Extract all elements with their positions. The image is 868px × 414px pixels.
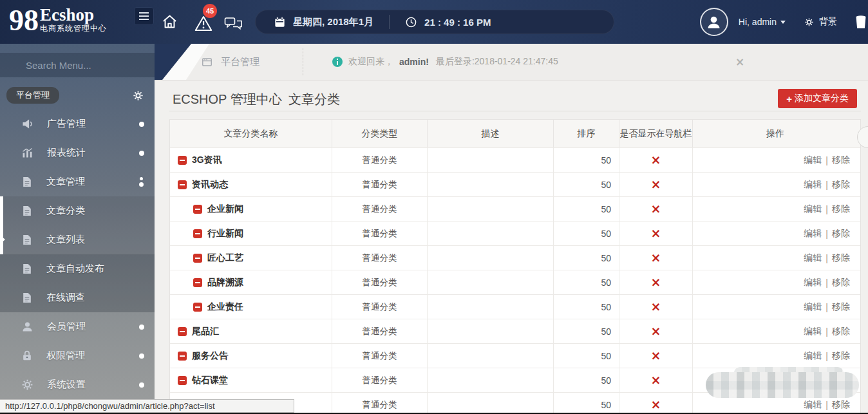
category-name[interactable]: 尾品汇 [192, 326, 219, 337]
category-type: 普通分类 [332, 319, 428, 343]
add-category-button[interactable]: + 添加文章分类 [778, 89, 857, 108]
user-menu[interactable]: Hi, admin [739, 17, 786, 27]
collapse-icon[interactable] [178, 156, 187, 165]
x-mark-icon[interactable]: × [651, 325, 661, 337]
megaphone-icon [21, 117, 34, 131]
remove-link[interactable]: 移除 [832, 350, 850, 362]
collapse-icon[interactable] [193, 254, 202, 263]
table-row: 行业新闻 普通分类 50 × 编辑|移除 [170, 221, 860, 245]
category-name[interactable]: 钻石课堂 [192, 375, 228, 386]
sidebar-item-permission-management[interactable]: 权限管理 [0, 341, 155, 370]
document-icon [21, 175, 33, 189]
document-icon [21, 204, 33, 218]
remove-link[interactable]: 移除 [832, 252, 850, 264]
category-name[interactable]: 品牌溯源 [207, 277, 243, 288]
avatar[interactable] [700, 8, 728, 36]
category-name[interactable]: 企业新闻 [207, 203, 243, 215]
edit-link[interactable]: 编辑 [804, 155, 822, 166]
messages-button[interactable] [224, 17, 243, 32]
category-name[interactable]: 匠心工艺 [207, 252, 243, 264]
collapse-icon[interactable] [193, 229, 202, 238]
remove-link[interactable]: 移除 [832, 179, 850, 191]
sort-value: 50 [554, 173, 619, 196]
category-type: 普通分类 [332, 148, 428, 172]
x-mark-icon[interactable]: × [651, 374, 661, 386]
sidebar-item-article-auto-publish[interactable]: 文章自动发布 [0, 254, 155, 283]
sidebar-toggle-button[interactable] [134, 7, 154, 25]
x-mark-icon[interactable]: × [651, 350, 661, 362]
collapse-icon[interactable] [178, 352, 187, 361]
edit-link[interactable]: 编辑 [804, 301, 822, 313]
collapse-icon[interactable] [193, 205, 202, 214]
collapse-icon[interactable] [193, 303, 202, 312]
alerts-button[interactable]: 45 [194, 15, 212, 32]
section-gear-button[interactable] [132, 89, 144, 102]
edit-link[interactable]: 编辑 [804, 326, 822, 337]
remove-link[interactable]: 移除 [832, 228, 850, 240]
remove-link[interactable]: 移除 [832, 203, 850, 215]
x-mark-icon[interactable]: × [651, 252, 661, 264]
chat-icon [224, 17, 243, 32]
table-row: 匠心工艺 普通分类 50 × 编辑|移除 [170, 245, 860, 270]
edit-link[interactable]: 编辑 [804, 399, 822, 411]
edit-link[interactable]: 编辑 [804, 252, 822, 264]
edit-link[interactable]: 编辑 [804, 350, 822, 362]
category-name[interactable]: 企业责任 [207, 301, 243, 313]
x-mark-icon[interactable]: × [651, 276, 661, 288]
category-name[interactable]: 服务公告 [192, 350, 228, 362]
remove-link[interactable]: 移除 [832, 301, 850, 313]
sidebar-item-article-management[interactable]: 文章管理 [0, 167, 155, 196]
sidebar-item-article-list[interactable]: 文章列表 [0, 225, 155, 254]
search-input[interactable] [26, 60, 154, 71]
menu-search[interactable] [0, 53, 155, 77]
close-icon[interactable]: × [735, 55, 744, 68]
sidebar-item-ad-management[interactable]: 广告管理 [0, 109, 155, 138]
x-mark-icon[interactable]: × [651, 154, 661, 166]
remove-link[interactable]: 移除 [832, 399, 850, 411]
category-type: 普通分类 [332, 246, 428, 270]
edit-link[interactable]: 编辑 [804, 179, 822, 191]
active-indicator-bar [0, 196, 3, 254]
section-label: 平台管理 [6, 87, 59, 104]
sidebar-item-member-management[interactable]: 会员管理 [0, 312, 155, 341]
sidebar-section-header: 平台管理 [0, 81, 155, 109]
header-operations: 操作 [693, 120, 858, 147]
bullet-icon [139, 122, 144, 127]
tab-platform-management[interactable]: 平台管理 [201, 44, 259, 80]
x-mark-icon[interactable]: × [651, 178, 661, 191]
header-description: 描述 [428, 120, 554, 147]
edit-link[interactable]: 编辑 [804, 228, 822, 240]
document-icon [21, 233, 33, 247]
remove-link[interactable]: 移除 [832, 326, 850, 337]
document-icon [21, 291, 33, 305]
x-mark-icon[interactable]: × [651, 227, 661, 240]
collapse-icon[interactable] [178, 327, 187, 336]
sidebar-item-article-category[interactable]: 文章分类 [0, 196, 155, 225]
sort-value: 50 [554, 221, 619, 245]
category-name[interactable]: 3G资讯 [192, 155, 222, 166]
x-mark-icon[interactable]: × [651, 399, 661, 411]
clock-icon [405, 16, 417, 28]
category-name[interactable]: 资讯动态 [192, 179, 228, 191]
remove-link[interactable]: 移除 [832, 277, 850, 288]
collapse-icon[interactable] [178, 180, 187, 189]
clear-cache-button[interactable] [854, 14, 868, 30]
category-name[interactable]: 行业新闻 [207, 228, 243, 240]
remove-link[interactable]: 移除 [832, 155, 850, 166]
collapse-icon[interactable] [193, 278, 202, 287]
home-button[interactable] [161, 13, 178, 30]
x-mark-icon[interactable]: × [651, 301, 661, 313]
category-type: 普通分类 [332, 173, 428, 196]
edit-link[interactable]: 编辑 [804, 203, 822, 215]
sidebar-item-report-stats[interactable]: 报表统计 [0, 138, 155, 167]
category-description [428, 368, 554, 392]
x-mark-icon[interactable]: × [651, 203, 661, 215]
alert-count-badge: 45 [203, 4, 217, 18]
sidebar-item-system-settings[interactable]: 系统设置 [0, 370, 155, 399]
sidebar-item-online-survey[interactable]: 在线调查 [0, 283, 155, 312]
collapse-icon[interactable] [178, 376, 187, 385]
background-settings-button[interactable]: 背景 [804, 16, 837, 28]
edit-link[interactable]: 编辑 [804, 277, 822, 288]
header-show-in-nav: 是否显示在导航栏 [619, 120, 693, 147]
app-logo[interactable]: 98 Ecshop 电商系统管理中心 [9, 1, 107, 40]
